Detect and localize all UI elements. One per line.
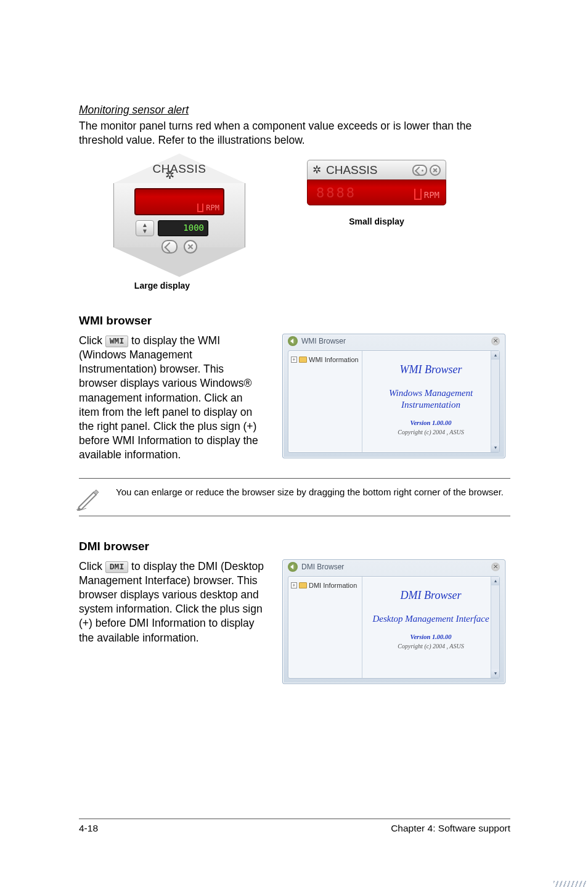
threshold-stepper[interactable]: ▲ ▼ — [136, 220, 154, 236]
large-panel-title: CHASSIS — [113, 162, 245, 176]
rpm-label: RPM — [206, 204, 219, 212]
page-footer: 4-18 Chapter 4: Software support — [79, 819, 510, 834]
config-icon[interactable] — [412, 165, 427, 176]
back-icon[interactable] — [288, 562, 298, 572]
threshold-value: 1000 — [158, 220, 208, 236]
dmi-section-title: DMI browser — [79, 540, 510, 553]
wmi-button[interactable]: WMI — [105, 336, 128, 347]
small-display-caption: Small display — [349, 217, 404, 226]
large-display: ✲ CHASSIS RPM ▲ ▼ 1000 — [113, 154, 245, 277]
wmi-tree-root[interactable]: WMI Information — [309, 356, 359, 363]
wmi-text-rest: to display the WMI (Windows Management I… — [79, 334, 258, 461]
rpm-blink-icon — [414, 189, 422, 200]
dmi-copyright: Copyright (c) 2004 , ASUS — [366, 643, 496, 650]
threshold-control: ▲ ▼ 1000 — [136, 220, 208, 236]
note-icon — [75, 484, 102, 511]
back-icon[interactable] — [288, 336, 298, 346]
wmi-text-prefix: Click — [79, 334, 105, 347]
small-display-col: ✲ CHASSIS 8888 RPM Small display — [307, 154, 446, 226]
dmi-content-title: DMI Browser — [366, 589, 496, 602]
rpm-panel: RPM — [134, 188, 224, 215]
scroll-up-icon[interactable]: ▴ — [491, 351, 499, 360]
dmi-tree[interactable]: + DMI Information — [288, 577, 362, 678]
scroll-up-icon[interactable]: ▴ — [491, 577, 499, 585]
rpm-blink-icon — [197, 204, 203, 212]
dmi-text: Click DMI to display the DMI (Desktop Ma… — [79, 559, 264, 645]
wmi-text: Click WMI to display the WMI (Windows Ma… — [79, 334, 264, 462]
wmi-browser-window: WMI Browser ✕ + WMI Information WMI Brow… — [282, 334, 505, 458]
displays-row: ✲ CHASSIS RPM ▲ ▼ 1000 — [79, 154, 510, 291]
rpm-panel-small: 8888 RPM — [307, 179, 446, 205]
wmi-version: Version 1.00.00 — [366, 419, 496, 426]
dmi-text-prefix: Click — [79, 560, 105, 572]
dmi-tree-root[interactable]: DMI Information — [309, 582, 357, 589]
wmi-section-title: WMI browser — [79, 314, 510, 328]
chapter-label: Chapter 4: Software support — [391, 823, 510, 834]
small-panel-title: CHASSIS — [326, 163, 407, 177]
dmi-section: Click DMI to display the DMI (Desktop Ma… — [79, 559, 510, 684]
close-icon[interactable] — [184, 240, 197, 254]
expand-icon[interactable]: + — [291, 582, 297, 588]
dmi-button[interactable]: DMI — [105, 561, 128, 573]
rpm-label: RPM — [424, 190, 439, 200]
wmi-copyright: Copyright (c) 2004 , ASUS — [366, 429, 496, 435]
wmi-section: Click WMI to display the WMI (Windows Ma… — [79, 334, 510, 462]
dmi-browser-window: DMI Browser ✕ + DMI Information DMI Brow… — [282, 559, 505, 684]
wmi-content-pane: WMI Browser Windows Management Instrumen… — [362, 351, 499, 452]
close-icon[interactable]: ✕ — [491, 337, 500, 345]
expand-icon[interactable]: + — [291, 357, 297, 363]
resize-grip[interactable] — [553, 881, 587, 887]
dmi-version: Version 1.00.00 — [366, 633, 496, 640]
note-box: You can enlarge or reduce the browser si… — [79, 478, 510, 516]
fan-icon: ✲ — [312, 163, 321, 176]
small-display: ✲ CHASSIS 8888 RPM — [307, 160, 446, 213]
wmi-tree[interactable]: + WMI Information — [288, 351, 362, 452]
digit-placeholder: 8888 — [316, 185, 356, 200]
dmi-content-sub: Desktop Management Interface — [366, 613, 496, 625]
wmi-window-title: WMI Browser — [301, 337, 491, 345]
large-display-caption: Large display — [134, 281, 190, 291]
large-display-col: ✲ CHASSIS RPM ▲ ▼ 1000 — [79, 154, 245, 291]
note-text: You can enlarge or reduce the browser si… — [116, 484, 510, 498]
dmi-content-pane: DMI Browser Desktop Management Interface… — [362, 577, 499, 678]
chevron-down-icon[interactable]: ▼ — [142, 228, 148, 234]
page-number: 4-18 — [79, 823, 98, 834]
sensor-alert-body: The monitor panel turns red when a compo… — [79, 119, 510, 147]
folder-icon — [299, 357, 307, 363]
config-icon[interactable] — [161, 240, 178, 254]
wmi-content-title: WMI Browser — [366, 363, 496, 376]
close-icon[interactable]: ✕ — [491, 563, 500, 571]
scrollbar[interactable]: ▴ ▾ — [491, 351, 499, 452]
sensor-alert-heading: Monitoring sensor alert — [79, 104, 510, 117]
close-icon[interactable] — [430, 165, 441, 176]
scrollbar[interactable]: ▴ ▾ — [491, 577, 499, 678]
scroll-down-icon[interactable]: ▾ — [491, 444, 499, 452]
sensor-alert-section: Monitoring sensor alert The monitor pane… — [79, 104, 510, 291]
wmi-content-sub: Windows Management Instrumentation — [366, 387, 496, 411]
scroll-down-icon[interactable]: ▾ — [491, 669, 499, 678]
dmi-window-title: DMI Browser — [301, 563, 491, 571]
folder-icon — [299, 582, 307, 588]
